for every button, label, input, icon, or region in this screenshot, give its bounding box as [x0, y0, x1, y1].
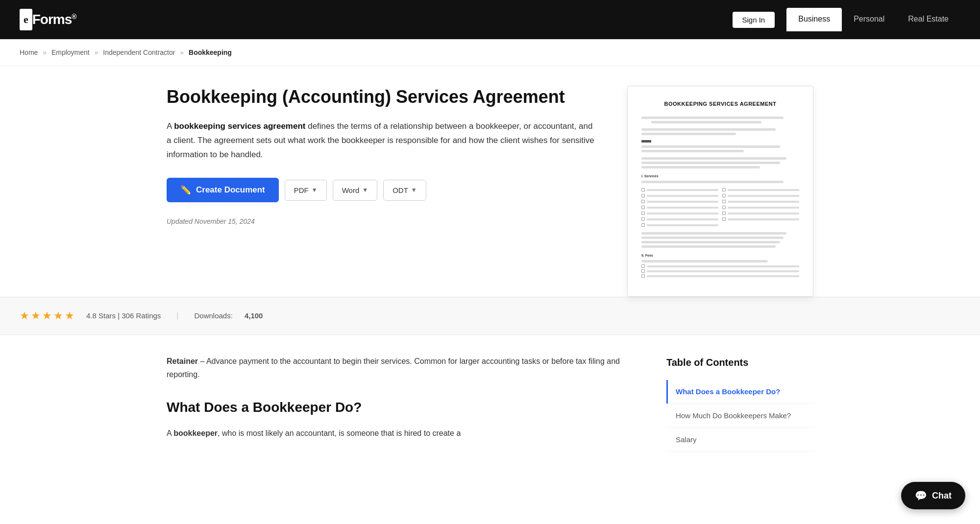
breadcrumb-current: Bookkeeping [189, 48, 232, 56]
doc-cb-3 [641, 194, 718, 197]
toc-item-3[interactable]: Salary [666, 428, 813, 452]
star-2: ★ [31, 307, 41, 324]
section-title-bookkeeper: What Does a Bookkeeper Do? [167, 397, 637, 419]
doc-fees-title: II. Fees [641, 253, 799, 258]
breadcrumb-sep-3: » [180, 48, 184, 56]
pdf-chevron: ▼ [312, 187, 318, 193]
doc-line-9 [641, 166, 760, 168]
lower-section: Retainer – Advance payment to the accoun… [147, 335, 833, 472]
word-label: Word [342, 186, 360, 194]
content-left: Bookkeeping (Accounting) Services Agreem… [167, 86, 598, 237]
toc-item-2[interactable]: How Much Do Bookkeepers Make? [666, 404, 813, 428]
doc-cb-5 [641, 200, 718, 203]
logo-box-e: e [20, 9, 32, 30]
desc-prefix: A [167, 121, 174, 131]
section-intro: A bookkeeper, who is most likely an acco… [167, 427, 637, 440]
create-btn-label: Create Document [196, 185, 265, 195]
retainer-text: – Advance payment to the accountant to b… [167, 357, 620, 379]
retainer-paragraph: Retainer – Advance payment to the accoun… [167, 355, 637, 381]
doc-and [641, 140, 799, 143]
doc-services-title: I. Services [641, 173, 799, 179]
updated-date: Updated November 15, 2024 [167, 216, 598, 227]
description: A bookkeeping services agreement defines… [167, 119, 598, 162]
downloads-label: Downloads: [194, 310, 232, 322]
odt-chevron: ▼ [411, 187, 417, 193]
doc-line-3 [641, 128, 776, 131]
nav-tab-business[interactable]: Business [786, 8, 842, 32]
header: e Forms® Sign In Business Personal Real … [0, 0, 980, 39]
doc-fee-cb-3 [641, 274, 799, 278]
doc-cb-13 [641, 223, 718, 227]
breadcrumb-sep-1: » [43, 48, 47, 56]
doc-cb-9 [641, 212, 718, 215]
doc-line-7 [641, 157, 786, 160]
rating-text: 4.8 Stars | 306 Ratings [86, 310, 161, 322]
pencil-icon: ✏️ [180, 185, 191, 195]
toc-link-2[interactable]: How Much Do Bookkeepers Make? [666, 404, 813, 428]
intro-suffix: , who is most likely an accountant, is s… [218, 429, 461, 437]
doc-para-block [641, 232, 799, 248]
star-3: ★ [42, 307, 52, 324]
word-button[interactable]: Word ▼ [333, 180, 377, 201]
doc-cb-10 [722, 212, 799, 215]
doc-cb-7 [641, 206, 718, 209]
page-title: Bookkeeping (Accounting) Services Agreem… [167, 86, 598, 108]
stars: ★ ★ ★ ★ ★ [20, 307, 74, 324]
doc-cb-12 [722, 217, 799, 221]
create-document-button[interactable]: ✏️ Create Document [167, 178, 279, 202]
doc-line-8 [641, 162, 780, 164]
toc-link-1[interactable]: What Does a Bookkeeper Do? [666, 380, 813, 404]
pdf-label: PDF [294, 186, 309, 194]
nav-tab-personal[interactable]: Personal [842, 8, 896, 32]
breadcrumb-employment[interactable]: Employment [51, 48, 90, 56]
doc-line-1 [641, 117, 784, 119]
nav-tab-real-estate[interactable]: Real Estate [896, 8, 960, 32]
doc-line-2 [651, 121, 761, 123]
star-5: ★ [65, 307, 74, 324]
doc-client-block [641, 145, 799, 152]
article-body: Retainer – Advance payment to the accoun… [167, 355, 637, 448]
sign-in-button[interactable]: Sign In [733, 12, 775, 28]
breadcrumb: Home » Employment » Independent Contract… [0, 39, 980, 66]
intro-prefix: A [167, 429, 173, 437]
breadcrumb-independent-contractor[interactable]: Independent Contractor [103, 48, 175, 56]
doc-checkboxes [641, 188, 799, 228]
doc-line-5 [641, 145, 780, 148]
pdf-button[interactable]: PDF ▼ [285, 180, 327, 201]
logo-name: Forms [32, 12, 72, 27]
toc-link-3[interactable]: Salary [666, 428, 813, 452]
star-1: ★ [20, 307, 29, 324]
logo-reg: ® [72, 12, 76, 20]
toc-title: Table of Contents [666, 355, 813, 370]
doc-cb-4 [722, 194, 799, 197]
doc-cb-2 [722, 188, 799, 191]
doc-fee-cb-1 [641, 264, 799, 268]
doc-preview-container: BOOKKEEPING SERVICES AGREEMENT [627, 86, 813, 297]
action-row: ✏️ Create Document PDF ▼ Word ▼ ODT ▼ [167, 178, 598, 202]
doc-cb-11 [641, 217, 718, 221]
retainer-label: Retainer [167, 357, 198, 365]
desc-bold: bookkeeping services agreement [174, 121, 305, 131]
doc-party-block [641, 128, 799, 135]
star-4: ★ [53, 307, 63, 324]
breadcrumb-home[interactable]: Home [20, 48, 38, 56]
toc-sidebar: Table of Contents What Does a Bookkeeper… [666, 355, 813, 452]
toc-item-1[interactable]: What Does a Bookkeeper Do? [666, 380, 813, 404]
doc-cb-1 [641, 188, 718, 191]
doc-preview: BOOKKEEPING SERVICES AGREEMENT [627, 86, 813, 297]
odt-button[interactable]: ODT ▼ [383, 180, 426, 201]
main-content: Bookkeeping (Accounting) Services Agreem… [147, 66, 833, 297]
toc-list: What Does a Bookkeeper Do? How Much Do B… [666, 380, 813, 452]
doc-preview-title: BOOKKEEPING SERVICES AGREEMENT [641, 100, 799, 109]
logo: e Forms® [20, 9, 76, 31]
odt-label: ODT [392, 186, 408, 194]
doc-line-6 [641, 150, 744, 152]
doc-fees-block [641, 260, 799, 278]
doc-intro-block [641, 117, 799, 123]
logo-text: Forms® [32, 9, 76, 31]
doc-services-intro [641, 181, 799, 183]
rating-separator: | [176, 310, 178, 322]
intro-bold: bookkeeper [173, 429, 218, 437]
doc-svc-line-1 [641, 181, 784, 183]
word-chevron: ▼ [362, 187, 368, 193]
